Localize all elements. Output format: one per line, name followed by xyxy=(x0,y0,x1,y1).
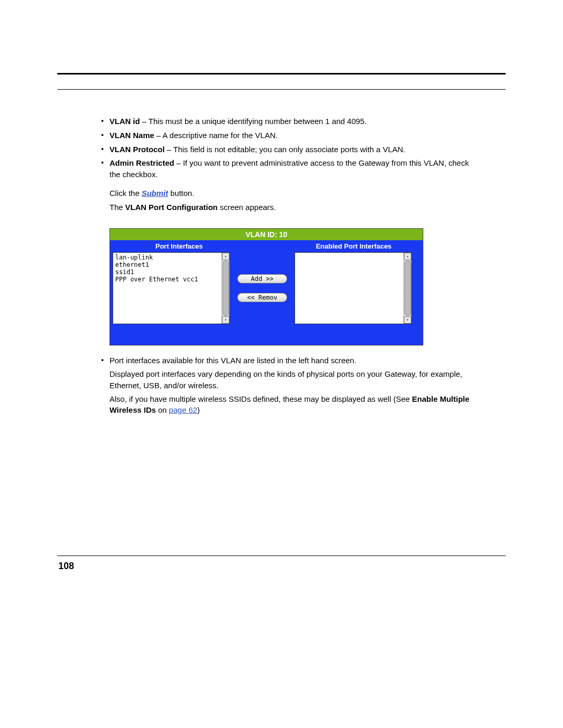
text: – This field is not editable; you can on… xyxy=(165,145,406,154)
remove-button[interactable]: << Remov xyxy=(237,293,287,302)
enabled-ports-listbox[interactable]: ▴ ▾ xyxy=(295,252,412,324)
notes-list: Port interfaces available for this VLAN … xyxy=(98,355,480,416)
bullet-vlan-protocol: VLAN Protocol – This field is not editab… xyxy=(98,144,480,155)
page-number: 108 xyxy=(58,561,74,572)
scroll-down-icon[interactable]: ▾ xyxy=(404,316,411,324)
para-physical-ports: Displayed port interfaces vary depending… xyxy=(109,368,480,391)
list-item[interactable]: PPP over Ethernet vcc1 xyxy=(115,276,227,283)
text: – This must be a unique identifying numb… xyxy=(140,117,366,126)
button-suffix: button. xyxy=(168,189,194,198)
bullet-vlan-name: VLAN Name – A descriptive name for the V… xyxy=(98,130,480,141)
label: VLAN Protocol xyxy=(109,145,165,154)
scroll-up-icon[interactable]: ▴ xyxy=(222,253,229,260)
panel-title: VLAN ID: 10 xyxy=(110,229,423,240)
thin-rule-bottom xyxy=(57,556,506,556)
screen-appears-line: The VLAN Port Configuration screen appea… xyxy=(109,202,480,213)
bullet-admin-restricted: Admin Restricted – If you want to preven… xyxy=(98,157,480,180)
scroll-thumb[interactable] xyxy=(223,261,229,316)
list-item[interactable]: lan-uplink xyxy=(115,254,227,261)
label: Admin Restricted xyxy=(109,158,174,167)
enabled-port-interfaces-header: Enabled Port Interfaces xyxy=(285,240,423,252)
scroll-down-icon[interactable]: ▾ xyxy=(222,316,229,324)
port-interfaces-header: Port Interfaces xyxy=(110,240,285,252)
vlan-port-config-panel: VLAN ID: 10 Port Interfaces Enabled Port… xyxy=(109,228,423,346)
scrollbar[interactable]: ▴ ▾ xyxy=(222,253,229,324)
click-submit-line: Click the Submit button. The VLAN Port C… xyxy=(98,188,480,213)
add-button[interactable]: Add >> xyxy=(237,274,287,283)
submit-link[interactable]: Submit xyxy=(142,189,168,198)
list-item[interactable]: ssid1 xyxy=(115,268,227,276)
heavy-rule xyxy=(57,73,506,75)
click-the: Click the xyxy=(109,189,142,198)
scrollbar[interactable]: ▴ ▾ xyxy=(403,253,411,324)
scroll-thumb[interactable] xyxy=(405,261,411,316)
thin-rule-top xyxy=(57,89,506,90)
field-definitions: VLAN id – This must be a unique identify… xyxy=(98,116,480,180)
body-content: VLAN id – This must be a unique identify… xyxy=(57,116,506,416)
bullet-port-interfaces-note: Port interfaces available for this VLAN … xyxy=(98,355,480,416)
para-ssids: Also, if you have multiple wireless SSID… xyxy=(109,393,480,416)
text: – A descriptive name for the VLAN. xyxy=(154,131,278,140)
label: VLAN id xyxy=(109,117,140,126)
page-62-link[interactable]: page 62 xyxy=(169,405,197,414)
list-item[interactable]: ethernet1 xyxy=(115,261,227,268)
transfer-buttons: Add >> << Remov xyxy=(230,252,295,302)
scroll-up-icon[interactable]: ▴ xyxy=(404,253,411,260)
available-ports-listbox[interactable]: lan-uplink ethernet1 ssid1 PPP over Ethe… xyxy=(113,252,230,324)
panel-column-headers: Port Interfaces Enabled Port Interfaces xyxy=(110,240,423,252)
bullet-vlan-id: VLAN id – This must be a unique identify… xyxy=(98,116,480,127)
label: VLAN Name xyxy=(109,131,154,140)
